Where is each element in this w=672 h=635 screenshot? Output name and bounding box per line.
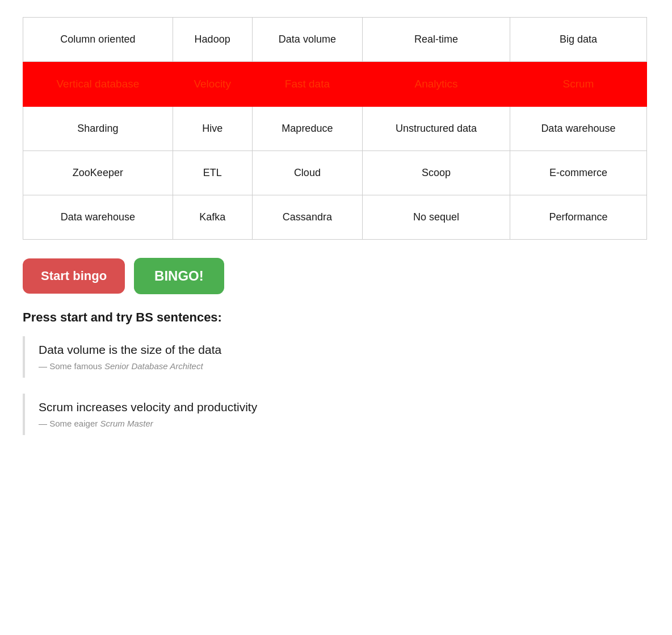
quote-text: Scrum increases velocity and productivit… xyxy=(39,400,636,414)
table-cell[interactable]: Data warehouse xyxy=(510,107,646,151)
bingo-button[interactable]: BINGO! xyxy=(134,258,224,294)
table-cell[interactable]: Sharding xyxy=(23,107,173,151)
table-cell[interactable]: Analytics xyxy=(363,62,510,107)
press-start-label: Press start and try BS sentences: xyxy=(23,310,649,325)
table-cell[interactable]: Scrum xyxy=(510,62,646,107)
table-cell[interactable]: Fast data xyxy=(252,62,363,107)
quote-text: Data volume is the size of the data xyxy=(39,343,636,357)
table-cell[interactable]: Data volume xyxy=(252,18,363,62)
table-cell[interactable]: Hadoop xyxy=(173,18,252,62)
table-cell[interactable]: Performance xyxy=(510,195,646,240)
quote-attribution: — Some famous Senior Database Architect xyxy=(39,361,636,371)
table-cell[interactable]: No sequel xyxy=(363,195,510,240)
table-cell[interactable]: Big data xyxy=(510,18,646,62)
table-cell[interactable]: Real-time xyxy=(363,18,510,62)
bingo-table: Column orientedHadoopData volumeReal-tim… xyxy=(23,17,647,240)
buttons-row: Start bingo BINGO! xyxy=(23,258,649,294)
table-cell[interactable]: Velocity xyxy=(173,62,252,107)
table-cell[interactable]: Column oriented xyxy=(23,18,173,62)
table-cell[interactable]: Vertical database xyxy=(23,62,173,107)
start-bingo-button[interactable]: Start bingo xyxy=(23,258,125,294)
quotes-container: Data volume is the size of the data— Som… xyxy=(23,336,649,435)
table-cell[interactable]: Scoop xyxy=(363,151,510,195)
table-cell[interactable]: ETL xyxy=(173,151,252,195)
table-cell[interactable]: Unstructured data xyxy=(363,107,510,151)
table-cell[interactable]: ZooKeeper xyxy=(23,151,173,195)
table-cell[interactable]: Mapreduce xyxy=(252,107,363,151)
table-cell[interactable]: Kafka xyxy=(173,195,252,240)
table-cell[interactable]: E-commerce xyxy=(510,151,646,195)
quote-block: Data volume is the size of the data— Som… xyxy=(23,336,649,378)
quote-block: Scrum increases velocity and productivit… xyxy=(23,394,649,435)
quote-attribution: — Some eaiger Scrum Master xyxy=(39,419,636,428)
table-cell[interactable]: Cloud xyxy=(252,151,363,195)
table-cell[interactable]: Cassandra xyxy=(252,195,363,240)
table-cell[interactable]: Data warehouse xyxy=(23,195,173,240)
table-cell[interactable]: Hive xyxy=(173,107,252,151)
